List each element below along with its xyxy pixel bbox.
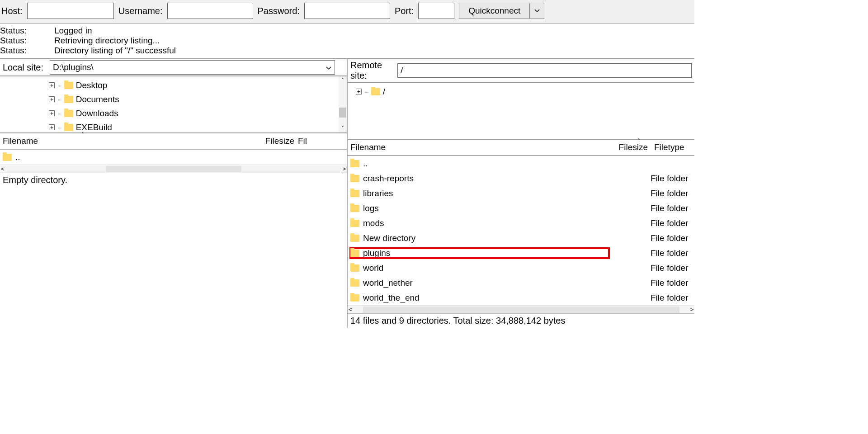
filetype: File folder — [644, 189, 692, 198]
sort-indicator-icon: ˄ — [81, 132, 84, 138]
folder-icon — [3, 154, 12, 161]
scroll-thumb[interactable] — [339, 108, 346, 118]
remote-site-input[interactable] — [397, 63, 692, 78]
tree-node[interactable]: EXEBuild — [76, 123, 112, 132]
local-tree[interactable]: +···Desktop+···Documents+···Downloads+··… — [0, 76, 347, 133]
status-label: Status: — [0, 36, 54, 46]
list-item[interactable]: logsFile folder — [348, 201, 694, 216]
filename: mods — [363, 218, 384, 228]
local-pane: Local site: +···Desktop+···Documents+···… — [0, 59, 348, 328]
remote-site-label: Remote site: — [350, 60, 394, 81]
folder-icon — [350, 250, 359, 257]
list-item[interactable]: worldFile folder — [348, 260, 694, 275]
list-item[interactable]: pluginsFile folder — [348, 245, 694, 260]
message-log: Status:Logged inStatus:Retrieving direct… — [0, 24, 694, 59]
expand-icon[interactable]: + — [49, 110, 55, 116]
filename: world_the_end — [363, 293, 420, 303]
local-file-list[interactable]: .. — [0, 150, 347, 165]
filetype: File folder — [644, 278, 692, 288]
filename: libraries — [363, 189, 393, 198]
quickconnect-dropdown[interactable] — [530, 3, 544, 19]
folder-icon — [371, 88, 380, 95]
horizontal-scrollbar[interactable]: < > — [348, 305, 694, 313]
folder-icon — [350, 235, 359, 242]
filename: logs — [363, 203, 379, 213]
status-message: Logged in — [54, 26, 92, 36]
expand-icon[interactable]: + — [49, 96, 55, 102]
tree-node[interactable]: Desktop — [76, 80, 108, 90]
scroll-down-icon[interactable]: ˅ — [339, 124, 347, 132]
scrollbar[interactable]: ˄ ˅ — [339, 76, 347, 132]
horizontal-scrollbar[interactable]: < > — [0, 165, 347, 173]
list-item[interactable]: world_netherFile folder — [348, 275, 694, 290]
list-item[interactable]: crash-reportsFile folder — [348, 171, 694, 186]
folder-icon — [350, 205, 359, 212]
col-filename[interactable]: Filename — [3, 136, 258, 146]
col-filesize[interactable]: Filesize — [613, 142, 648, 152]
filename: .. — [363, 159, 368, 169]
chevron-down-icon — [534, 9, 540, 13]
tree-node[interactable]: / — [383, 87, 385, 97]
folder-icon — [350, 279, 359, 287]
filetype: File folder — [644, 263, 692, 273]
scroll-left-icon[interactable]: < — [349, 306, 352, 313]
filetype: File folder — [644, 203, 692, 213]
filename: plugins — [363, 248, 390, 258]
status-message: Directory listing of "/" successful — [54, 46, 176, 56]
host-label: Host: — [1, 6, 23, 16]
filename: .. — [15, 152, 20, 162]
tree-node[interactable]: Downloads — [76, 108, 118, 118]
remote-file-list[interactable]: ..crash-reportsFile folderlibrariesFile … — [348, 156, 694, 305]
scroll-left-icon[interactable]: < — [1, 165, 5, 172]
col-filetype[interactable]: Filetype — [648, 142, 692, 152]
local-status: Empty directory. — [0, 173, 347, 187]
scroll-track[interactable] — [363, 307, 679, 313]
scroll-track[interactable] — [106, 166, 241, 172]
scroll-up-icon[interactable]: ˄ — [339, 76, 347, 85]
scroll-right-icon[interactable]: > — [690, 306, 693, 313]
password-label: Password: — [258, 6, 300, 16]
filetype: File folder — [644, 233, 692, 243]
port-input[interactable] — [418, 3, 454, 19]
folder-icon — [350, 220, 359, 227]
local-columns[interactable]: ˄ Filename Filesize Fil — [0, 133, 347, 150]
connection-toolbar: Host: Username: Password: Port: Quickcon… — [0, 0, 694, 24]
filetype: File folder — [644, 218, 692, 228]
status-label: Status: — [0, 46, 54, 56]
expand-icon[interactable]: + — [49, 124, 55, 130]
quickconnect-button[interactable]: Quickconnect — [459, 3, 530, 19]
filename: crash-reports — [363, 174, 414, 184]
expand-icon[interactable]: + — [356, 89, 362, 94]
col-filesize[interactable]: Filesize — [258, 136, 294, 146]
scroll-right-icon[interactable]: > — [342, 165, 346, 172]
host-input[interactable] — [27, 3, 114, 19]
local-site-input[interactable] — [50, 60, 335, 75]
folder-icon — [64, 110, 73, 117]
filetype: File folder — [644, 293, 692, 303]
list-item[interactable]: world_the_endFile folder — [348, 290, 694, 305]
folder-icon — [350, 175, 359, 182]
tree-node[interactable]: Documents — [76, 94, 119, 104]
list-item[interactable]: librariesFile folder — [348, 186, 694, 201]
folder-icon — [350, 160, 359, 167]
folder-icon — [64, 96, 73, 103]
col-filename[interactable]: Filename — [350, 142, 613, 152]
remote-status: 14 files and 9 directories. Total size: … — [348, 313, 694, 328]
remote-columns[interactable]: ˄ Filename Filesize Filetype — [348, 140, 694, 156]
sort-indicator-icon: ˄ — [637, 138, 640, 144]
username-input[interactable] — [167, 3, 253, 19]
col-filetype[interactable]: Fil — [294, 136, 344, 146]
username-label: Username: — [118, 6, 163, 16]
folder-icon — [64, 124, 73, 131]
password-input[interactable] — [304, 3, 390, 19]
expand-icon[interactable]: + — [49, 82, 55, 88]
port-label: Port: — [395, 6, 414, 16]
remote-tree[interactable]: + ··· / — [348, 83, 694, 140]
list-item[interactable]: modsFile folder — [348, 216, 694, 231]
list-item[interactable]: New directoryFile folder — [348, 231, 694, 245]
list-item[interactable]: .. — [348, 156, 694, 171]
filename: New directory — [363, 233, 415, 243]
list-item[interactable]: .. — [0, 150, 347, 165]
folder-icon — [350, 264, 359, 272]
filetype: File folder — [644, 174, 692, 184]
